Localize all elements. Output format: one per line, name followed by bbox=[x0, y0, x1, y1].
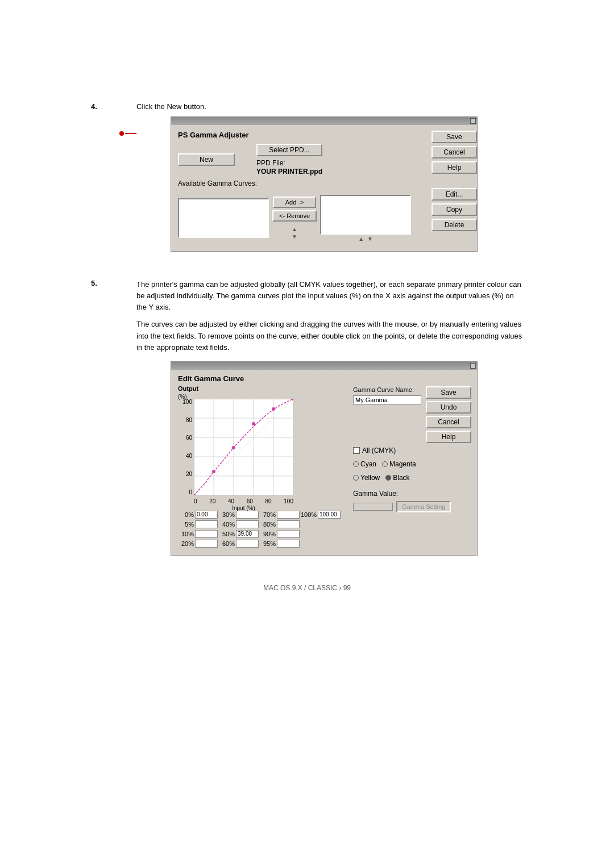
black-radio[interactable] bbox=[385, 475, 391, 481]
ps-new-row: New Select PPD... PPD File: YOUR PRINTER… bbox=[178, 144, 419, 176]
ps-dialog-title: PS Gamma Adjuster bbox=[178, 131, 419, 139]
mid-buttons: Add -> <- Remove ▲ ▼ bbox=[269, 191, 320, 245]
gcn-fields: Gamma Curve Name: bbox=[353, 386, 421, 408]
gamma-curves-listbox[interactable] bbox=[178, 198, 269, 238]
pct-0-input[interactable] bbox=[195, 511, 218, 519]
yellow-radio[interactable] bbox=[353, 475, 359, 481]
row3-spacer2 bbox=[325, 530, 347, 538]
step5-content: The printer's gamma can be adjusted glob… bbox=[136, 279, 523, 567]
selected-curves-listbox[interactable] bbox=[320, 195, 411, 235]
chart-container: Output (%) 100 80 60 40 20 bbox=[178, 386, 309, 508]
egc-titlebar-close[interactable] bbox=[470, 363, 476, 369]
row2-spacer2 bbox=[325, 520, 347, 528]
yellow-radio-item[interactable]: Yellow bbox=[353, 474, 380, 482]
x-label-40: 40 bbox=[228, 498, 234, 504]
x-label-60: 60 bbox=[247, 498, 253, 504]
step5-para1-text: The printer's gamma can be adjusted glob… bbox=[136, 279, 523, 313]
pct-5-input[interactable] bbox=[195, 520, 218, 528]
input-label-text: Input (%) bbox=[232, 505, 255, 511]
magenta-radio-item[interactable]: Magenta bbox=[382, 460, 416, 468]
pct-30-input[interactable] bbox=[236, 511, 259, 519]
pct-10-input[interactable] bbox=[195, 530, 218, 538]
ppd-info: PPD File: YOUR PRINTER.ppd bbox=[256, 158, 322, 176]
pct-80-label: 80% bbox=[260, 521, 276, 528]
gamma-value-input[interactable] bbox=[353, 503, 393, 511]
titlebar-close-btn[interactable] bbox=[470, 118, 476, 124]
all-cmyk-checkbox[interactable] bbox=[353, 447, 360, 454]
lists-row: Add -> <- Remove ▲ ▼ ▲ bbox=[178, 191, 419, 245]
pct-30-label: 30% bbox=[219, 511, 235, 518]
black-label: Black bbox=[393, 474, 409, 482]
input-row-3: 10% 50% 90% bbox=[178, 530, 347, 538]
all-cmyk-label: All (CMYK) bbox=[362, 446, 396, 454]
pct-95-input[interactable] bbox=[277, 540, 300, 548]
x-label-80: 80 bbox=[265, 498, 272, 504]
scroll-up-right[interactable]: ▲ bbox=[358, 236, 364, 242]
pct-50-input[interactable] bbox=[236, 530, 259, 538]
scroll-down-right[interactable]: ▼ bbox=[367, 236, 373, 242]
egc-undo-button[interactable]: Undo bbox=[426, 401, 471, 414]
egc-help-button[interactable]: Help bbox=[426, 431, 471, 443]
listbox-scroll-right: ▲ ▼ bbox=[358, 236, 373, 242]
egc-main-row: Output (%) 100 80 60 40 20 bbox=[178, 386, 470, 549]
black-radio-item[interactable]: Black bbox=[385, 474, 409, 482]
chart-svg[interactable] bbox=[194, 399, 293, 495]
step5-para2-text: The curves can be adjusted by either cli… bbox=[136, 319, 523, 353]
scroll-up-left[interactable]: ▲ bbox=[292, 226, 297, 232]
y-label-100: 100 bbox=[178, 399, 192, 405]
output-label: Output bbox=[178, 385, 198, 392]
gcn-label: Gamma Curve Name: bbox=[353, 386, 414, 393]
ps-gamma-dialog-wrapper: PS Gamma Adjuster New Select PPD... PPD … bbox=[136, 116, 523, 252]
arrow-indicator bbox=[119, 131, 136, 136]
scroll-down-left[interactable]: ▼ bbox=[292, 233, 297, 240]
save-button[interactable]: Save bbox=[432, 131, 477, 143]
pct-40-input[interactable] bbox=[236, 520, 259, 528]
step4-block: 4. Click the New button. PS Gamma Adjust… bbox=[91, 102, 523, 263]
chart-main-area: 100 80 60 40 20 0 bbox=[178, 399, 293, 511]
pct-100-input[interactable] bbox=[318, 511, 341, 519]
magenta-label: Magenta bbox=[389, 460, 416, 468]
pct-10-label: 10% bbox=[178, 531, 194, 537]
input-rows: 0% 30% 70% 100% 5% bbox=[178, 511, 347, 548]
cyan-radio[interactable] bbox=[353, 461, 359, 467]
pct-0-label: 0% bbox=[178, 511, 194, 518]
gamma-value-row: Gamma Value: bbox=[353, 490, 471, 498]
gamma-setting-button[interactable]: Gamma Setting bbox=[396, 501, 451, 512]
egc-title: Edit Gamma Curve bbox=[178, 374, 470, 383]
pct-80-input[interactable] bbox=[277, 520, 300, 528]
row4-spacer2 bbox=[325, 540, 347, 548]
yellow-black-row: Yellow Black bbox=[353, 474, 471, 482]
cancel-button[interactable]: Cancel bbox=[432, 146, 477, 158]
delete-button[interactable]: Delete bbox=[432, 219, 477, 231]
cyan-radio-item[interactable]: Cyan bbox=[353, 460, 376, 468]
step4-content: Click the New button. PS Gamma Adjuster … bbox=[136, 102, 523, 263]
remove-button[interactable]: <- Remove bbox=[272, 210, 317, 222]
egc-save-button[interactable]: Save bbox=[426, 386, 471, 399]
gamma-name-input[interactable] bbox=[353, 395, 421, 404]
pct-70-input[interactable] bbox=[277, 511, 300, 519]
gamma-value-label: Gamma Value: bbox=[353, 490, 398, 498]
help-button[interactable]: Help bbox=[432, 161, 477, 174]
right-list-wrapper: ▲ ▼ bbox=[320, 195, 411, 242]
y-label-60: 60 bbox=[178, 435, 192, 441]
copy-button[interactable]: Copy bbox=[432, 203, 477, 216]
edit-button[interactable]: Edit... bbox=[432, 188, 477, 201]
svg-point-14 bbox=[272, 407, 275, 411]
pct-20-label: 20% bbox=[178, 540, 194, 547]
add-button[interactable]: Add -> bbox=[273, 197, 316, 208]
right-action-buttons: Save Undo Cancel Help bbox=[426, 386, 471, 443]
magenta-radio[interactable] bbox=[382, 461, 388, 467]
select-ppd-button[interactable]: Select PPD... bbox=[256, 144, 322, 156]
pct-60-input[interactable] bbox=[236, 540, 259, 548]
pct-20-input[interactable] bbox=[195, 540, 218, 548]
ps-dialog-left: PS Gamma Adjuster New Select PPD... PPD … bbox=[171, 125, 426, 251]
ps-gamma-dialog: PS Gamma Adjuster New Select PPD... PPD … bbox=[171, 116, 478, 252]
pct-100-label: 100% bbox=[301, 511, 317, 518]
new-button[interactable]: New bbox=[178, 153, 235, 166]
y-label-40: 40 bbox=[178, 453, 192, 459]
ps-dialog-body: PS Gamma Adjuster New Select PPD... PPD … bbox=[171, 125, 477, 251]
egc-cancel-button[interactable]: Cancel bbox=[426, 416, 471, 428]
pct-90-input[interactable] bbox=[277, 530, 300, 538]
svg-point-12 bbox=[232, 446, 235, 449]
gcn-and-buttons: Gamma Curve Name: Save Undo Cancel H bbox=[353, 386, 471, 443]
